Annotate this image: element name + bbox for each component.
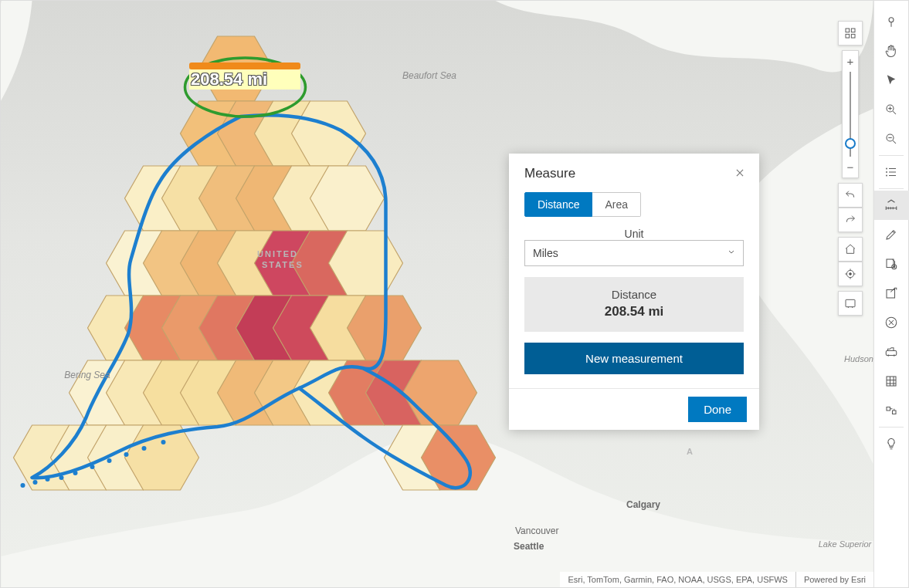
home-extent-icon[interactable] (838, 237, 863, 262)
hand-pan-icon[interactable] (874, 36, 909, 66)
svg-point-49 (107, 458, 112, 463)
tab-area[interactable]: Area (592, 192, 641, 217)
svg-rect-56 (846, 34, 850, 38)
zoom-handle[interactable] (845, 138, 856, 149)
zoom-minus-icon[interactable]: − (847, 160, 854, 174)
svg-point-43 (21, 483, 25, 488)
toolbar-divider (879, 155, 904, 156)
svg-point-61 (889, 18, 894, 22)
svg-point-64 (886, 168, 887, 170)
undo-icon[interactable] (838, 183, 863, 208)
zoom-plus-icon[interactable]: + (847, 54, 854, 69)
svg-point-51 (142, 446, 147, 451)
redo-icon[interactable] (838, 208, 863, 232)
measure-result: Distance 208.54 mi (524, 277, 744, 332)
measure-panel: Measure Distance Area Unit Miles (509, 154, 759, 430)
close-icon[interactable] (734, 167, 745, 181)
basemap-gallery-icon[interactable] (838, 21, 863, 46)
list-icon[interactable] (874, 157, 909, 187)
svg-point-65 (886, 171, 887, 173)
locate-icon[interactable] (838, 262, 863, 286)
zoom-out-icon[interactable] (874, 124, 909, 154)
share-icon[interactable] (874, 279, 909, 308)
measure-icon[interactable] (874, 191, 909, 220)
right-toolbar (873, 1, 908, 587)
svg-point-72 (887, 354, 889, 356)
result-value: 208.54 mi (524, 304, 744, 319)
pin-icon[interactable] (874, 7, 909, 36)
attribution-sources: Esri, TomTom, Garmin, FAO, NOAA, USGS, E… (560, 572, 795, 587)
svg-point-52 (161, 440, 166, 444)
svg-point-47 (73, 471, 78, 475)
new-measurement-button[interactable]: New measurement (524, 343, 744, 374)
svg-rect-74 (887, 377, 896, 386)
tab-distance[interactable]: Distance (524, 192, 592, 217)
edit-icon[interactable] (874, 220, 909, 249)
zoom-slider[interactable]: + − (842, 50, 859, 178)
fullscreen-icon[interactable] (838, 291, 863, 316)
attribution-bar: Esri, TomTom, Garmin, FAO, NOAA, USGS, E… (560, 572, 873, 587)
toolbar-divider (879, 427, 904, 427)
directions-icon[interactable] (874, 337, 909, 367)
svg-point-48 (90, 465, 95, 469)
svg-point-50 (124, 452, 129, 457)
basemap-grid-icon[interactable] (874, 367, 909, 396)
svg-rect-57 (851, 34, 855, 38)
hint-bulb-icon[interactable] (874, 429, 909, 458)
svg-point-66 (886, 175, 887, 177)
svg-rect-69 (887, 290, 895, 299)
panel-title: Measure (524, 166, 575, 181)
unit-select[interactable]: Miles (524, 240, 744, 266)
clear-icon[interactable] (874, 308, 909, 337)
attribution-powered: Powered by Esri (795, 572, 873, 587)
svg-rect-67 (887, 259, 894, 268)
svg-point-59 (850, 273, 852, 275)
done-button[interactable]: Done (688, 397, 747, 422)
svg-rect-71 (886, 351, 897, 356)
svg-point-44 (33, 480, 38, 485)
add-data-icon[interactable] (874, 249, 909, 279)
svg-point-45 (46, 477, 50, 482)
measure-type-toggle: Distance Area (524, 192, 744, 217)
map-canvas[interactable]: Beaufort Sea Bering Sea Hudson Bay Lake … (1, 1, 873, 587)
result-label: Distance (524, 288, 744, 301)
zoom-track[interactable] (850, 72, 851, 157)
toolbar-divider (879, 188, 904, 189)
unit-label: Unit (524, 228, 744, 240)
svg-rect-60 (846, 299, 855, 306)
cursor-arrow-icon[interactable] (874, 66, 909, 95)
zoom-in-icon[interactable] (874, 95, 909, 124)
svg-rect-54 (846, 29, 850, 32)
svg-point-73 (894, 354, 895, 356)
svg-point-46 (59, 475, 64, 480)
svg-rect-55 (851, 29, 855, 32)
select-lasso-icon[interactable] (874, 396, 909, 425)
